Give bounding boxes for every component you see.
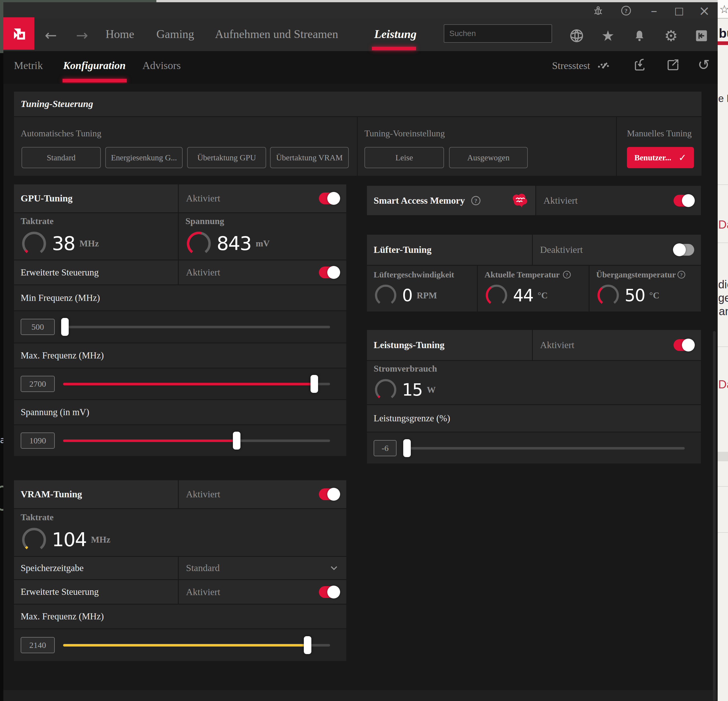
tab-gaming[interactable]: Gaming [156, 28, 194, 41]
taktrate-label: Taktrate [21, 216, 53, 226]
gpu-voltage-knob[interactable] [233, 432, 240, 449]
gpu-voltage-value[interactable]: 1090 [21, 433, 55, 449]
consumption-unit: W [427, 385, 436, 395]
favorites-star-icon[interactable]: ★ [599, 27, 617, 45]
clipped-header-text: bu [719, 26, 728, 41]
desktop-edge [0, 0, 156, 2]
auto-tuning-box: Automatisches Tuning Standard Energiesen… [14, 117, 357, 176]
power-limit-slider[interactable] [405, 439, 685, 457]
gpu-max-freq-value[interactable]: 2700 [21, 376, 55, 392]
rule [718, 242, 728, 243]
titlebar: ? – □ × [3, 2, 718, 19]
current-temp-unit: °C [537, 290, 547, 301]
junction-temp-value: 50 [625, 285, 645, 305]
tuning-control-section: Automatisches Tuning Standard Energiesen… [14, 117, 702, 176]
subtab-advisors[interactable]: Advisors [142, 59, 181, 71]
min-freq-value[interactable]: 500 [21, 319, 55, 335]
auto-tuning-label: Automatisches Tuning [21, 128, 101, 139]
junction-temp-unit: °C [649, 290, 659, 301]
vram-taktrate-gauge [21, 526, 48, 553]
manual-benutzer-button[interactable]: Benutzer... ✓ [627, 147, 694, 168]
consumption-value: 15 [402, 380, 422, 400]
app-scrollbar[interactable] [713, 331, 716, 701]
power-toggle[interactable] [673, 339, 694, 351]
vram-tuning-panel: VRAM-Tuning Aktiviert Taktrate 104 MHz S… [14, 480, 346, 661]
fan-tuning-panel: Lüfter-Tuning Deaktiviert Lüftergeschwin… [367, 235, 701, 311]
notifications-bell-icon[interactable] [631, 27, 649, 45]
stresstest-label[interactable]: Stresstest [552, 60, 590, 71]
min-freq-slider[interactable] [63, 318, 330, 336]
gpu-max-freq-slider[interactable] [63, 375, 330, 393]
rule [718, 184, 728, 185]
subtab-konfiguration[interactable]: Konfiguration [63, 59, 126, 71]
min-freq-knob[interactable] [61, 318, 69, 336]
current-temp-help-icon[interactable]: ? [562, 270, 571, 279]
svg-text:?: ? [625, 7, 628, 14]
vram-max-freq-knob[interactable] [304, 636, 311, 654]
clipped-text: an [719, 305, 728, 318]
import-profile-icon[interactable] [632, 56, 650, 74]
gpu-voltage-slider[interactable] [63, 432, 330, 449]
preset-leise-button[interactable]: Leise [364, 147, 444, 168]
power-tuning-panel: Leistungs-Tuning Aktiviert Stromverbrauc… [367, 330, 701, 463]
consumption-gauge [374, 378, 398, 402]
preset-ausgewogen-button[interactable]: Ausgewogen [449, 147, 528, 168]
subtab-metrik[interactable]: Metrik [14, 59, 43, 71]
sam-toggle[interactable] [673, 195, 694, 207]
tab-home[interactable]: Home [105, 28, 134, 41]
minimize-button[interactable]: – [646, 4, 662, 17]
gpu-spannung-metric: Spannung 843 mV [185, 216, 339, 257]
vram-toggle[interactable] [319, 488, 339, 500]
maximize-button[interactable]: □ [671, 4, 688, 17]
fan-speed-value: 0 [402, 285, 412, 305]
rule [718, 486, 728, 487]
power-title: Leistungs-Tuning [374, 340, 445, 350]
bottom-band [3, 690, 718, 701]
preset-uebertaktung-gpu-button[interactable]: Übertaktung GPU [187, 147, 266, 168]
gpu-toggle[interactable] [319, 193, 339, 204]
power-limit-knob[interactable] [403, 439, 411, 457]
background-window-left: a [0, 0, 3, 701]
gpu-max-freq-knob[interactable] [311, 375, 318, 393]
preset-tuning-label: Tuning-Voreinstellung [364, 128, 445, 139]
gpu-advanced-toggle[interactable] [319, 266, 339, 278]
power-limit-value[interactable]: -6 [374, 440, 397, 456]
globe-icon[interactable] [568, 27, 586, 45]
vram-taktrate-metric: Taktrate 104 MHz [21, 512, 339, 553]
vram-advanced-toggle[interactable] [319, 586, 339, 598]
preset-standard-button[interactable]: Standard [22, 147, 101, 168]
reset-icon[interactable]: ↺ [695, 56, 713, 74]
svg-text:?: ? [474, 197, 477, 204]
gray-band [718, 452, 728, 461]
preset-energiesenkung-button[interactable]: Energiesenkung G... [105, 147, 183, 168]
stresstest-gauge-icon[interactable] [595, 56, 612, 74]
back-icon[interactable]: ← [45, 27, 57, 43]
manual-tuning-label: Manuelles Tuning [627, 128, 692, 139]
junction-temp-help-icon[interactable]: ? [677, 270, 686, 279]
tab-aufnehmen-und-streamen[interactable]: Aufnehmen und Streamen [215, 28, 338, 41]
dock-left-icon[interactable] [693, 27, 711, 45]
tab-leistung[interactable]: Leistung [374, 28, 417, 41]
vram-max-freq-value[interactable]: 2140 [21, 637, 55, 653]
search-input[interactable] [449, 29, 551, 38]
preset-uebertaktung-vram-button[interactable]: Übertaktung VRAM [270, 147, 349, 168]
check-icon: ✓ [679, 152, 687, 163]
vram-advanced-status: Aktiviert [186, 587, 220, 597]
clipped-icon [0, 485, 3, 511]
sam-help-icon[interactable]: ? [471, 195, 481, 206]
settings-gear-icon[interactable]: ⚙ [662, 27, 680, 45]
close-button[interactable]: × [696, 4, 713, 17]
power-status: Aktiviert [540, 340, 574, 350]
background-window-right: ☆ bu e Fo Dar die ged an Dar [718, 0, 728, 701]
help-icon[interactable]: ? [618, 4, 634, 17]
forward-icon[interactable]: → [76, 27, 88, 43]
junction-temp-metric: Übergangstemperatur ? 50 °C [596, 270, 694, 307]
export-profile-icon[interactable] [664, 56, 682, 74]
vram-max-freq-slider[interactable] [63, 636, 330, 654]
sam-status: Aktiviert [543, 195, 578, 206]
fan-toggle[interactable] [673, 244, 694, 256]
bug-report-icon[interactable] [590, 4, 607, 17]
amd-logo[interactable] [3, 17, 34, 50]
spannung-label: Spannung [185, 216, 224, 226]
vram-timing-dropdown[interactable]: Standard [179, 557, 346, 579]
